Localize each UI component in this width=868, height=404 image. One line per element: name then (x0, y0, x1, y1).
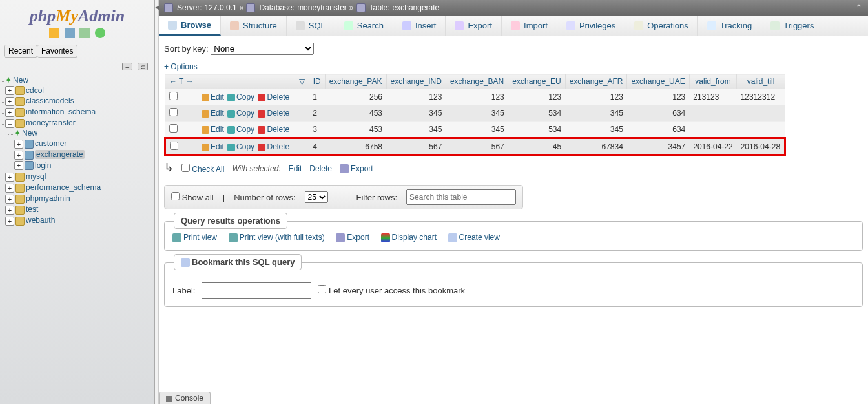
tree-table-exchangerate[interactable]: exchangerate (36, 150, 83, 159)
tab-search[interactable]: Search (335, 16, 393, 36)
docs-icon[interactable] (79, 28, 90, 38)
tab-triggers[interactable]: Triggers (761, 16, 823, 36)
qro-export[interactable]: Export (336, 233, 369, 242)
row-checkbox[interactable] (169, 124, 178, 133)
check-all-checkbox[interactable] (181, 164, 190, 172)
bookmark-icon (181, 258, 190, 267)
options-link[interactable]: + Options (164, 62, 198, 71)
bookmark-share-checkbox[interactable] (318, 285, 326, 293)
row-delete[interactable]: Delete (258, 142, 289, 151)
expand-icon[interactable]: + (5, 184, 14, 193)
tree-db-phpmyadmin[interactable]: phpmyadmin (26, 194, 70, 203)
tab-insert[interactable]: Insert (393, 16, 446, 36)
col-ID[interactable]: ID (309, 74, 325, 89)
ws-delete[interactable]: Delete (309, 164, 332, 173)
ws-export[interactable]: Export (340, 164, 373, 174)
col-exchange_IND[interactable]: exchange_IND (386, 74, 446, 89)
tree-db-webauth[interactable]: webauth (26, 216, 55, 225)
expand-icon[interactable]: + (14, 140, 23, 149)
check-all-link[interactable]: Check All (192, 165, 224, 174)
breadcrumb-collapse-icon[interactable]: ⌃ (855, 3, 863, 13)
expand-icon[interactable]: + (5, 86, 14, 95)
tree-db-cdcol[interactable]: cdcol (26, 86, 44, 95)
expand-icon[interactable]: + (14, 161, 23, 170)
bookmark-share[interactable]: Let every user access this bookmark (318, 285, 465, 295)
expand-icon[interactable]: + (5, 195, 14, 204)
col-exchange_BAN[interactable]: exchange_BAN (446, 74, 508, 89)
cell-uae: 123 (627, 89, 689, 105)
expand-icon[interactable]: + (5, 108, 14, 117)
collapse-all-icon[interactable]: – (122, 63, 132, 70)
tree-db-test[interactable]: test (26, 205, 38, 214)
row-delete[interactable]: Delete (258, 125, 289, 134)
tree-db-moneytransfer[interactable]: moneytransfer (26, 118, 76, 127)
rows-select[interactable]: 25 (305, 191, 328, 203)
reload-icon[interactable] (95, 28, 105, 38)
tree-new[interactable]: New (13, 76, 28, 85)
row-delete[interactable]: Delete (258, 109, 289, 118)
logout-icon[interactable] (65, 28, 75, 38)
print-view[interactable]: Print view (172, 233, 217, 242)
tab-privileges[interactable]: Privileges (557, 16, 625, 36)
breadcrumb-database[interactable]: moneytransfer (297, 3, 347, 12)
tab-operations[interactable]: Operations (625, 16, 698, 36)
expand-icon[interactable]: – (5, 119, 14, 128)
tree-new-table[interactable]: New (22, 129, 37, 138)
filter-input[interactable] (406, 189, 516, 205)
show-all-checkbox[interactable] (171, 192, 180, 200)
row-checkbox[interactable] (170, 142, 178, 150)
row-edit[interactable]: Edit (202, 109, 224, 118)
tab-browse[interactable]: Browse (159, 16, 221, 36)
tree-db-performance_schema[interactable]: performance_schema (26, 183, 101, 192)
expand-icon[interactable]: + (5, 173, 14, 182)
col-valid_till[interactable]: valid_till (737, 74, 785, 89)
home-icon[interactable] (49, 28, 59, 38)
tree-table-login[interactable]: login (35, 161, 51, 170)
tab-tracking[interactable]: Tracking (698, 16, 761, 36)
tabs: BrowseStructureSQLSearchInsertExportImpo… (159, 16, 868, 36)
tree-db-mysql[interactable]: mysql (26, 172, 46, 181)
favorites-button[interactable]: Favorites (37, 45, 78, 58)
row-copy[interactable]: Copy (227, 109, 254, 118)
expand-icon[interactable]: + (5, 206, 14, 215)
row-checkbox[interactable] (169, 108, 178, 116)
tab-import[interactable]: Import (502, 16, 557, 36)
col-valid_from[interactable]: valid_from (689, 74, 736, 89)
row-edit[interactable]: Edit (202, 125, 224, 134)
server-icon (164, 3, 173, 12)
recent-button[interactable]: Recent (4, 45, 37, 58)
display-chart[interactable]: Display chart (381, 233, 437, 242)
breadcrumb-server[interactable]: 127.0.0.1 (205, 3, 237, 12)
row-edit[interactable]: Edit (202, 92, 224, 101)
console-button[interactable]: Console (159, 392, 211, 404)
col-exchange_AFR[interactable]: exchange_AFR (565, 74, 627, 89)
print-view-full[interactable]: Print view (with full texts) (229, 233, 325, 242)
row-copy[interactable]: Copy (227, 92, 254, 101)
row-edit[interactable]: Edit (202, 142, 224, 151)
tab-structure[interactable]: Structure (221, 16, 287, 36)
expand-icon[interactable]: + (5, 97, 14, 106)
link-icon[interactable]: ⊂ (138, 63, 148, 70)
tree-db-classicmodels[interactable]: classicmodels (26, 96, 74, 105)
row-copy[interactable]: Copy (227, 142, 254, 151)
check-all[interactable]: Check All (181, 164, 224, 174)
col-exchange_PAK[interactable]: exchange_PAK (325, 74, 386, 89)
ws-edit[interactable]: Edit (289, 164, 302, 173)
row-delete[interactable]: Delete (258, 92, 289, 101)
expand-icon[interactable]: + (14, 151, 23, 160)
tree-table-customer[interactable]: customer (35, 139, 67, 148)
show-all[interactable]: Show all (171, 192, 214, 202)
col-exchange_EU[interactable]: exchange_EU (508, 74, 565, 89)
create-view[interactable]: Create view (448, 233, 500, 242)
sort-key-select[interactable]: None (211, 43, 314, 55)
breadcrumb-table[interactable]: exchangerate (393, 3, 440, 12)
expand-icon[interactable]: + (5, 217, 14, 226)
col-exchange_UAE[interactable]: exchange_UAE (627, 74, 689, 89)
recent-favorites: RecentFavorites (4, 45, 150, 58)
row-checkbox[interactable] (169, 92, 178, 100)
tree-db-information_schema[interactable]: information_schema (26, 107, 96, 116)
tab-sql[interactable]: SQL (287, 16, 335, 36)
row-copy[interactable]: Copy (227, 125, 254, 134)
tab-export[interactable]: Export (446, 16, 502, 36)
bookmark-input[interactable] (202, 282, 311, 299)
